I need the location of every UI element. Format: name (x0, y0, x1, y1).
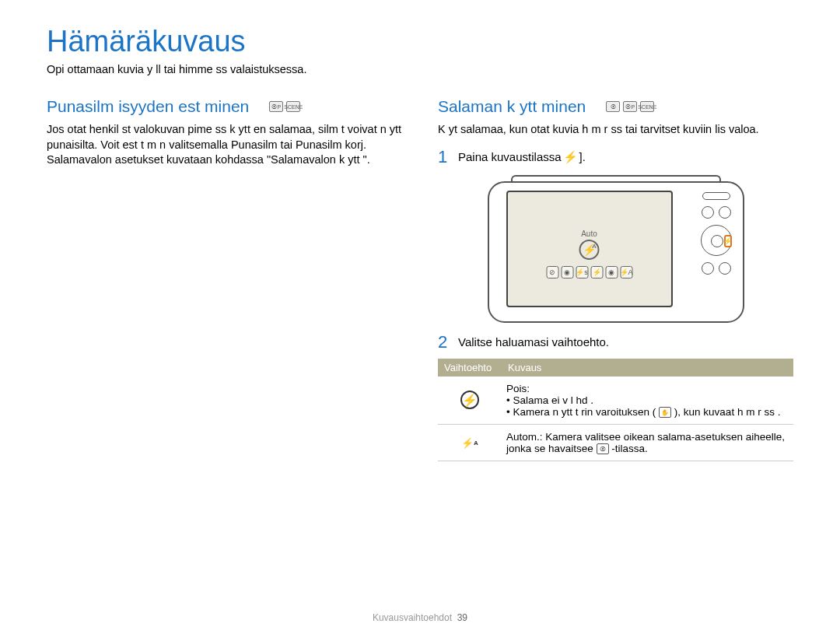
heading-text: Punasilm isyyden est minen (47, 97, 249, 116)
step-number: 1 (438, 149, 450, 166)
flash-intro: K yt salamaa, kun otat kuvia h m r ss ta… (438, 122, 793, 138)
mode-icon-scene: SCENE (286, 101, 300, 112)
section-heading-redeye: Punasilm isyyden est minen ⦿P SCENE (47, 97, 402, 116)
camera-round-button (702, 206, 714, 219)
flash-off-icon: ⚡ (460, 391, 479, 409)
flash-auto-small-icon: ⚡A (620, 266, 632, 278)
content-columns: Punasilm isyyden est minen ⦿P SCENE Jos … (47, 97, 793, 461)
page-title: Hämäräkuvaus (47, 25, 793, 58)
camera-round-button (719, 206, 731, 219)
camera-button-pill (702, 192, 730, 200)
smart-mode-icon: ⦿ (597, 443, 609, 454)
page-number: 39 (457, 612, 467, 623)
screen-mode-label: Auto (546, 229, 632, 238)
flash-auto-smart-icon: ⚡A (460, 433, 479, 452)
mode-icon-p: ⦿P (269, 101, 283, 112)
flash-option-row: ⊘ ◉ ⚡s ⚡ ◉ ⚡A (546, 266, 632, 278)
col-header-option: Vaihtoehto (438, 359, 502, 377)
row2-suffix: -tilassa. (611, 443, 648, 454)
left-column: Punasilm isyyden est minen ⦿P SCENE Jos … (47, 97, 402, 461)
camera-dpad: ⚡ (701, 225, 732, 256)
step-1-suffix: ]. (579, 150, 586, 163)
heading-text: Salaman k ytt minen (438, 97, 586, 116)
table-row: ⚡A Autom.: Kamera valitsee oikean salama… (438, 425, 793, 461)
mode-icon-p: ⦿P (623, 101, 637, 112)
mode-icons: ⦿P SCENE (269, 101, 300, 112)
mode-icon-scene: SCENE (640, 101, 654, 112)
flash-auto-icon: ⚡A (579, 240, 600, 260)
options-table: Vaihtoehto Kuvaus ⚡ Pois: Salama ei v l … (438, 359, 793, 462)
row-title: Pois: (506, 383, 789, 394)
camera-buttons: ⚡ (701, 192, 732, 275)
footer-section: Kuvausvaihtoehdot (373, 612, 452, 623)
camera-screen: Auto ⚡A ⊘ ◉ ⚡s ⚡ ◉ ⚡A (506, 191, 673, 307)
flash-off-icon: ⊘ (546, 266, 558, 278)
page-footer: Kuvausvaihtoehdot 39 (0, 612, 840, 623)
col-header-desc: Kuvaus (502, 359, 793, 377)
flash-redeye-icon: ◉ (561, 266, 573, 278)
hand-shake-icon: ✋ (659, 407, 671, 418)
flash-fill-icon: ⚡ (590, 266, 603, 278)
step-text: Valitse haluamasi vaihtoehto. (458, 334, 609, 349)
step-number: 2 (438, 334, 450, 351)
camera-round-button (719, 262, 731, 275)
flash-slow-icon: ⚡s (576, 266, 588, 278)
section-heading-flash: Salaman k ytt minen ⦿ ⦿P SCENE (438, 97, 793, 116)
step-2: 2 Valitse haluamasi vaihtoehto. (438, 334, 793, 351)
step-1: 1 Paina kuvaustilassa ⚡ ]. (438, 149, 793, 166)
mode-icons: ⦿ ⦿P SCENE (606, 101, 654, 112)
redeye-body: Jos otat henkil st valokuvan pime ss k y… (47, 122, 402, 168)
bullet: Salama ei v l hd . (506, 394, 789, 406)
camera-round-button (702, 262, 714, 275)
table-row: ⚡ Pois: Salama ei v l hd . Kamera n ytt … (438, 377, 793, 425)
bullet: Kamera n ytt t rin varoituksen ( ✋ ), ku… (506, 406, 789, 418)
right-column: Salaman k ytt minen ⦿ ⦿P SCENE K yt sala… (438, 97, 793, 461)
flash-eye-icon: ◉ (605, 266, 618, 278)
bullet-suffix: ), kun kuvaat h m r ss . (674, 406, 781, 418)
bullet-prefix: Kamera n ytt t rin varoituksen ( (513, 406, 656, 418)
row-desc: Pois: Salama ei v l hd . Kamera n ytt t … (502, 377, 793, 425)
step-1-prefix: Paina kuvaustilassa (458, 150, 562, 163)
step-text: Paina kuvaustilassa ⚡ ]. (458, 149, 586, 164)
dpad-right-flash-icon: ⚡ (724, 235, 732, 247)
row-desc: Autom.: Kamera valitsee oikean salama-as… (502, 425, 793, 461)
camera-illustration: Auto ⚡A ⊘ ◉ ⚡s ⚡ ◉ ⚡A (438, 175, 793, 323)
mode-icon-smart: ⦿ (606, 101, 620, 112)
page-subtitle: Opi ottamaan kuvia y ll tai himme ss val… (47, 63, 793, 75)
flash-glyph-icon: ⚡ (563, 150, 578, 164)
